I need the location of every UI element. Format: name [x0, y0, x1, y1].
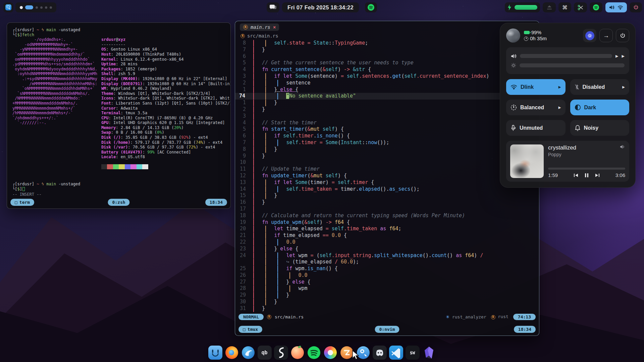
code-line: 1 } — [235, 100, 539, 106]
mouse-cursor — [352, 350, 360, 360]
dock-obsidian-icon[interactable] — [422, 346, 436, 360]
toggle-power-profile[interactable]: Balanced▶ — [506, 100, 566, 115]
code-line: 8 self.state = State::TypingGame; — [235, 40, 539, 47]
terminal-window[interactable]: ┌[srdusr] ~ ϟ main -unstaged └[$]fetch -… — [7, 22, 231, 209]
code-line: 14 self.time_taken = timer.elapsed().as_… — [235, 186, 539, 193]
keybinds-button[interactable]: ⌘ — [558, 2, 571, 12]
code-line: 1 } else { — [235, 86, 539, 93]
spotify-icon — [593, 4, 599, 11]
track-progress-bar[interactable] — [548, 168, 625, 170]
dock-firefox-icon[interactable] — [225, 346, 239, 360]
dock-photos-icon[interactable] — [323, 346, 337, 360]
close-icon[interactable]: × — [273, 24, 276, 30]
notifications-button[interactable] — [267, 2, 279, 12]
bell-icon — [575, 125, 581, 131]
code-line: 12 fn update_timer(&mut self) { — [235, 173, 539, 179]
dock-swirl-app-icon[interactable] — [274, 346, 288, 360]
toggle-wifi[interactable]: Dlink▶ — [506, 79, 566, 95]
tray-button[interactable] — [543, 2, 556, 12]
shell-prompt-line2: └[$]fetch — [12, 33, 225, 38]
code-line: 29 } — [235, 292, 539, 299]
workspace-dot-active[interactable] — [25, 5, 33, 9]
code-line: 15 } — [235, 192, 539, 199]
workspace-dot-empty[interactable] — [45, 6, 47, 9]
wifi-icon — [618, 5, 623, 10]
charging-bolt-icon — [507, 4, 512, 10]
tmux-session-pill[interactable]: □tmux — [238, 326, 262, 333]
fetch-output: -/oyddmdhs+:. -odNMMMMMMMMNNmhy+-` -yNMM… — [12, 37, 225, 169]
mode-indicator: NORMAL — [238, 314, 264, 320]
previous-track-icon[interactable] — [574, 173, 579, 177]
dock-spotify-icon[interactable] — [307, 346, 321, 360]
chevron-right-icon[interactable]: ▶ — [622, 54, 625, 58]
workspace-dot-empty[interactable] — [40, 6, 43, 9]
code-area[interactable]: 8 self.state = State::TypingGame;7 }65 /… — [235, 40, 539, 312]
code-line: 2 } — [235, 106, 539, 113]
shell-prompt-cursor-line[interactable]: └[$] — [12, 187, 225, 192]
workspace-indicator[interactable] — [15, 2, 56, 12]
code-line: 2 sentence — [235, 80, 539, 86]
volume-slider[interactable]: ▶ ▶ — [511, 51, 625, 61]
dock-dollar-w-app-icon[interactable]: $W — [406, 346, 420, 360]
workspace-dot-empty[interactable] — [50, 6, 52, 9]
logout-button[interactable]: → — [599, 29, 613, 42]
dock-qutebrowser-icon[interactable]: qb — [258, 346, 272, 360]
battery-widget[interactable] — [505, 2, 540, 12]
power-button[interactable] — [630, 2, 642, 12]
dock-discord-icon[interactable] — [373, 346, 387, 360]
gentoo-ascii-logo: -/oyddmdhs+:. -odNMMMMMMMMNNmhy+-` -yNMM… — [12, 37, 97, 125]
spotify-button[interactable] — [590, 2, 602, 12]
tmux-session-pill[interactable]: □term — [10, 199, 34, 206]
spotify-icon — [367, 4, 375, 11]
code-line: 20 let time_elapsed = self.time_taken as… — [235, 226, 539, 232]
chevron-right-icon[interactable]: ▶ — [558, 85, 561, 89]
gear-icon — [587, 33, 592, 38]
chevron-right-icon[interactable]: ▶ — [558, 106, 561, 109]
contrast-icon — [575, 104, 581, 111]
code-line: 18 // Calculate and return the current t… — [235, 213, 539, 219]
code-line: 10 — [235, 159, 539, 166]
total-time: 3:06 — [615, 172, 625, 178]
dock-peach-app-icon[interactable] — [290, 346, 305, 360]
desktop: Fri 07 Feb 2025 18:34:22 ⌘ ┌[srdusr] ~ ϟ… — [0, 0, 644, 362]
chevron-right-icon[interactable]: ▶ — [615, 54, 618, 58]
lsp-name: rust_analyzer — [452, 314, 486, 319]
uptime-value: 0h 35m — [530, 36, 547, 42]
rust-lang-icon: R — [491, 315, 495, 319]
workspace-dot-empty[interactable] — [36, 6, 38, 9]
avatar[interactable] — [506, 28, 520, 43]
toggle-microphone[interactable]: Unmuted — [506, 120, 566, 136]
next-track-icon[interactable] — [595, 173, 600, 177]
quick-toggles: Dlink▶ Disabled▶ Balanced▶ Dark Unmuted … — [506, 79, 629, 136]
screenshot-button[interactable] — [574, 2, 587, 12]
pause-icon[interactable] — [585, 173, 589, 178]
code-line: 31 } — [235, 305, 539, 312]
power-menu-button[interactable] — [616, 29, 629, 42]
tmux-window-pill[interactable]: 0:nvim — [375, 326, 399, 333]
launcher-button[interactable] — [3, 2, 13, 12]
brightness-icon — [511, 63, 516, 68]
toggle-bluetooth[interactable]: Disabled▶ — [570, 79, 630, 95]
tmux-window-pill[interactable]: 0:zsh — [108, 199, 129, 206]
dock-thunderbird-icon[interactable] — [241, 346, 255, 360]
dock-files-icon[interactable] — [208, 346, 222, 360]
shell-prompt-line1: ┌[srdusr] ~ ϟ main -unstaged — [12, 182, 225, 187]
chevron-right-icon[interactable]: ▶ — [622, 85, 625, 89]
tmux-clock-pill: 18:34 — [205, 199, 227, 206]
brightness-slider[interactable] — [511, 61, 625, 70]
settings-button[interactable] — [583, 29, 596, 42]
editor-window[interactable]: R main.rs × R src/main.rs 8 self.state =… — [235, 21, 539, 336]
toggle-dark-mode[interactable]: Dark — [570, 100, 630, 115]
dock-vscode-icon[interactable] — [389, 346, 403, 360]
workspace-dot-occupied[interactable] — [20, 6, 23, 9]
now-playing-indicator[interactable] — [365, 2, 377, 12]
code-line: 26 0.0 — [235, 272, 539, 279]
chat-bubble-icon — [270, 5, 276, 10]
code-line: 4 // Start the timer — [235, 120, 539, 126]
clock-widget[interactable]: Fri 07 Feb 2025 18:34:22 — [282, 2, 359, 12]
code-line: 8 } — [235, 146, 539, 153]
tab-main-rs[interactable]: R main.rs × — [240, 23, 279, 31]
toggle-notifications[interactable]: Noisy — [570, 120, 630, 136]
speaker-icon[interactable] — [620, 144, 625, 149]
network-audio-widget[interactable] — [605, 2, 627, 12]
